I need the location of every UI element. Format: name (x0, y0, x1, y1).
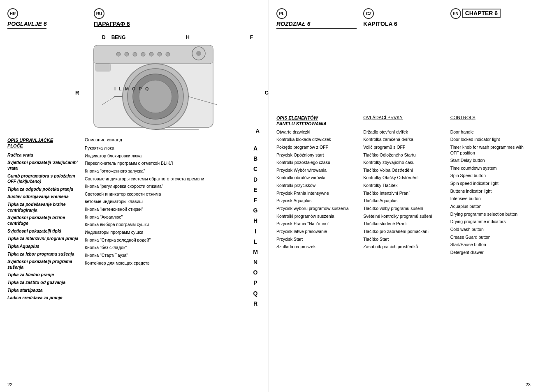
label-D: D (102, 35, 106, 40)
en-control-item: Start/Pause button (450, 241, 531, 249)
hr-section-title: OPIS UPRAVLJAČKEPLOČE (7, 137, 82, 149)
en-control-item: Buttons indicator light (450, 188, 531, 196)
label-E: E (115, 35, 118, 40)
ru-section-title: Описание команд (85, 137, 247, 142)
hr-control-item: Tipka za odgodu početka pranja (7, 186, 82, 194)
pl-control-item: Przycisk Prania "Na Zimno" (276, 220, 357, 228)
pl-control-item: Kontrolki pozostałego czasu (276, 159, 357, 167)
en-control-item: Start Delay button (450, 157, 531, 165)
ru-control-item: Кнопка "Акваплюс" (85, 214, 247, 221)
ru-control-item: Кнопка выбора программ сушки (85, 221, 247, 229)
cz-control-item: Tlačítko pro zabránění pomačkání (363, 228, 443, 236)
control-letter-E: E (250, 185, 261, 194)
cz-section-title: OVLÁDACÍ PRVKY (363, 115, 443, 120)
label-M: M (125, 86, 129, 91)
pl-control-item: Kontrolki obrotów wirówki (276, 174, 357, 182)
hr-lang-badge: HR (7, 8, 18, 19)
label-G: G (122, 35, 125, 40)
cz-control-item: Kontrolky Otáčky Odstředění (363, 174, 443, 182)
control-letter-I: I (250, 227, 261, 236)
pl-control-item: Przycisk wyboru programów suszenia (276, 205, 357, 213)
label-O: O (132, 86, 136, 91)
left-page: HR POGLAVLJE 6 RU ПАРАГРАФ 6 D B E N G H (0, 0, 269, 392)
en-control-item: Timer knob for wash programmes with OFF … (450, 144, 531, 157)
en-control-item: Detergent drawer (450, 249, 531, 257)
ru-control-item: Кнопка "интенсивной стирки" (85, 206, 247, 214)
control-letter-B: B (250, 154, 261, 163)
svg-point-8 (166, 52, 170, 56)
label-C: C (265, 90, 269, 96)
en-control-item: Intensive button (450, 195, 531, 203)
label-H: H (186, 35, 190, 40)
cz-control-item: Tlačítko Aquaplus (363, 197, 443, 205)
label-Q: Q (145, 86, 149, 91)
ru-lang-badge: RU (94, 8, 104, 19)
cz-control-item: Tlačítko studené Praní (363, 220, 443, 228)
svg-point-7 (158, 52, 162, 56)
label-F: F (250, 35, 253, 40)
cz-control-item: Světelné kontrolky programů sušení (363, 213, 443, 221)
control-letter-A: A (250, 144, 261, 153)
control-letter-H: H (250, 216, 261, 225)
hr-control-item: Tipka za podešavanje brzine centrifugira… (7, 201, 82, 214)
cz-chapter-title: KAPITOLA 6 (363, 21, 443, 27)
label-P: P (139, 86, 142, 91)
control-letter-M: M (250, 247, 261, 256)
en-control-item: Drying programme indicators (450, 218, 531, 226)
control-letter-C: C (250, 164, 261, 173)
cz-lang-badge: CZ (363, 8, 374, 19)
ru-control-item: Рукоятка люка (85, 145, 247, 152)
pl-control-item: Otwarte drzwiczki (276, 129, 357, 136)
hr-chapter-title: POGLAVLJE 6 (7, 21, 46, 29)
control-letter-F: F (250, 196, 261, 205)
svg-rect-16 (96, 64, 110, 71)
svg-point-5 (141, 52, 145, 56)
en-section-title: CONTROLS (450, 115, 531, 120)
ru-control-item: Кнопка "регулировки скорости отжима" (85, 183, 247, 191)
pl-control-item: Przycisk Wybór wirowania (276, 167, 357, 175)
pl-control-item: Przycisk Aquaplus (276, 197, 357, 205)
cz-control-item: Držadlo otevření dvířek (363, 129, 443, 136)
control-letter-G: G (250, 206, 261, 215)
ru-control-item: ветовые индикаторы клавиш (85, 198, 247, 206)
pl-control-item: Szuflada na proszek (276, 243, 357, 251)
ru-chapter-title: ПАРАГРАФ 6 (94, 21, 130, 27)
hr-control-item: Ručica vrata (7, 152, 82, 159)
svg-point-10 (196, 51, 201, 56)
ru-control-item: Индикатор блокировки люка (85, 152, 247, 160)
hr-control-item: Svjetlosni pokazatelji brzine centrifuge (7, 214, 82, 227)
right-page: PL ROZDZIAŁ 6 CZ KAPITOLA 6 EN CHAPTER 6… (269, 0, 538, 392)
control-letter-R: R (250, 299, 261, 308)
hr-control-item: Tipka za zaštitu od gužvanja (7, 279, 82, 287)
hr-control-item: Tipka za hladno pranje (7, 271, 82, 279)
washer-diagram (90, 41, 225, 131)
pl-control-item: Kontrolki przycisków (276, 182, 357, 190)
en-control-item: Crease Guard button (450, 234, 531, 242)
ru-control-item: Переключатель программ с отметкой ВЫКЛ (85, 160, 247, 168)
label-R: R (75, 90, 79, 96)
pl-control-item: Przycisk Start (276, 236, 357, 244)
pl-control-item: Kontrolka blokada drzwiczek (276, 136, 357, 144)
ru-control-item: Световые индикаторы системы обратного от… (85, 175, 247, 183)
cz-control-item: Zásobník pracích prostředků (363, 243, 443, 251)
hr-control-item: Sustav odbrojavanja vremena (7, 193, 82, 201)
ru-control-item: Кнопка "Стирка холодной водей" (85, 237, 247, 244)
en-control-item: Aquaplus button (450, 203, 531, 211)
control-letter-N: N (250, 258, 261, 267)
label-N: N (118, 35, 122, 40)
control-letter-P: P (250, 278, 261, 287)
ru-control-item: Кнопка "без складок" (85, 244, 247, 252)
cz-control-item: Tlačítko Start (363, 236, 443, 244)
pl-section-title: OPIS ELEMENTÓWPANELU STEROWANIA (276, 115, 357, 127)
en-control-item: Cold wash button (450, 226, 531, 234)
label-I: I (114, 86, 116, 91)
hr-control-item: Svjetlosni pokazatelji programa sušenja (7, 258, 82, 271)
hr-control-item: Ladica sredstava za pranje (7, 294, 82, 302)
en-lang-badge: EN (450, 8, 461, 19)
svg-point-6 (149, 52, 153, 56)
pl-control-item: Przycisk Prania intensywne (276, 190, 357, 198)
ru-control-item: Кнопка "отложенного запуска" (85, 168, 247, 175)
svg-point-4 (133, 52, 137, 56)
pl-chapter-title: ROZDZIAŁ 6 (276, 21, 357, 29)
ru-control-item: Контейнер для моющих средств (85, 260, 247, 267)
